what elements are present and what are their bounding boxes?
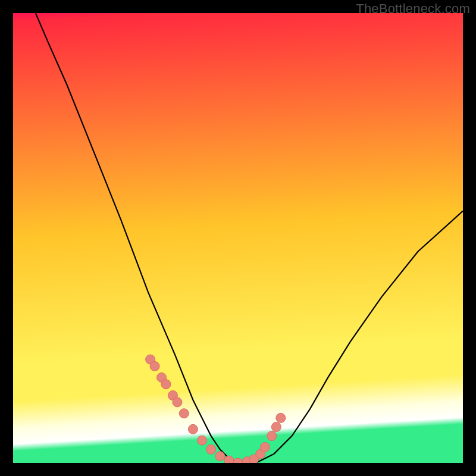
curve-marker (179, 409, 189, 418)
curve-marker (161, 380, 171, 389)
curve-marker (206, 444, 216, 454)
gradient-background (13, 13, 463, 463)
curve-marker (198, 436, 207, 445)
watermark-text: TheBottleneck.com (356, 1, 470, 17)
curve-marker (267, 431, 277, 441)
bottleneck-chart (13, 13, 463, 463)
curve-marker (173, 397, 182, 407)
curve-marker (276, 413, 286, 422)
curve-marker (188, 424, 198, 434)
curve-marker (215, 452, 225, 461)
curve-marker (150, 362, 159, 371)
chart-frame (13, 13, 463, 463)
curve-marker (260, 443, 270, 452)
curve-marker (224, 456, 234, 463)
curve-marker (271, 422, 281, 432)
